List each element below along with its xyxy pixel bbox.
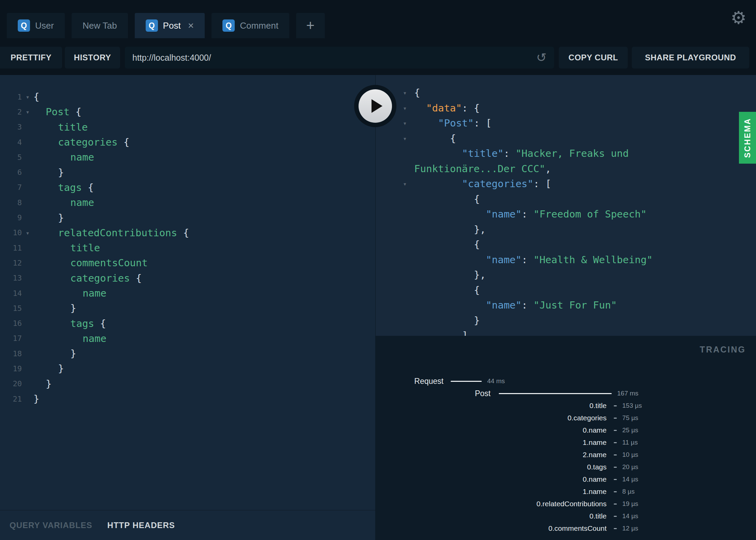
trace-duration-value: 10 µs (622, 451, 638, 459)
tab-label: New Tab (83, 20, 117, 31)
query-editor-line: 15} (0, 301, 375, 316)
fold-arrow-icon[interactable]: ▾ (403, 104, 407, 112)
close-tab-icon[interactable]: × (188, 20, 194, 31)
query-type-badge: Q (18, 19, 30, 32)
trace-dash-icon (614, 491, 617, 492)
query-editor-line: 19} (0, 361, 375, 376)
response-line: }, (376, 222, 756, 237)
trace-duration-value: 14 µs (622, 512, 638, 520)
code-text: } (33, 363, 64, 374)
code-text: } (33, 378, 52, 390)
trace-row: 0.title153 µs (376, 400, 756, 412)
fold-arrow-icon[interactable]: ▾ (403, 89, 407, 96)
trace-dash-icon (614, 479, 617, 480)
response-code-text: { (376, 239, 480, 250)
trace-label: 0.relatedContributions (376, 500, 607, 508)
trace-duration-value: 12 µs (622, 525, 638, 532)
new-tab-button[interactable]: + (296, 13, 325, 38)
line-number: 11 (0, 244, 22, 252)
fold-arrow-icon[interactable]: ▾ (403, 135, 407, 142)
code-text: } (33, 348, 76, 359)
code-text: name (33, 287, 106, 299)
execute-query-button[interactable] (354, 85, 396, 127)
response-line: "name": "Just For Fun" (376, 298, 756, 313)
line-number: 10 (0, 228, 22, 237)
response-code-text: ], (376, 330, 474, 336)
code-text: name (33, 333, 106, 344)
tracing-waterfall: Request44 msPost167 ms0.title153 µs0.cat… (376, 375, 756, 535)
response-pane: ▾{▾"data": {▾"Post": [▾{"title": "Hacker… (375, 75, 756, 540)
editor-bottom-bar: QUERY VARIABLES HTTP HEADERS (0, 510, 375, 540)
endpoint-url-input[interactable]: http://localhost:4000/ ↺ (125, 47, 554, 69)
response-code-text: } (376, 315, 480, 326)
query-editor-line: 8name (0, 195, 375, 210)
trace-row: 2.name10 µs (376, 449, 756, 461)
tab-user[interactable]: QUser (7, 13, 65, 38)
history-button[interactable]: HISTORY (65, 47, 120, 69)
tab-bar: QUserNew TabQPost×QComment + (0, 0, 756, 38)
line-number: 13 (0, 274, 22, 282)
fold-arrow-icon[interactable]: ▾ (22, 229, 33, 237)
response-code-text: }, (376, 224, 486, 235)
response-line: ▾"data": { (376, 101, 756, 116)
code-text: name (33, 197, 94, 208)
code-text: { (33, 91, 39, 103)
response-line: { (376, 237, 756, 252)
reload-schema-icon[interactable]: ↺ (536, 51, 547, 64)
line-number: 1 (0, 93, 22, 101)
response-code-text: "name": "Just For Fun" (376, 299, 617, 311)
http-headers-tab[interactable]: HTTP HEADERS (107, 521, 175, 530)
line-number: 3 (0, 123, 22, 131)
query-editor-line: 6} (0, 165, 375, 180)
settings-gear-icon[interactable]: ⚙ (730, 9, 746, 27)
trace-row: 1.name8 µs (376, 485, 756, 498)
tab-comment[interactable]: QComment (212, 13, 289, 38)
line-number: 15 (0, 304, 22, 313)
schema-sidebar-tab[interactable]: SCHEMA (739, 112, 756, 164)
response-line: } (376, 313, 756, 328)
response-code-text: }, (376, 269, 486, 281)
code-text: } (33, 302, 76, 314)
code-text: } (33, 393, 39, 405)
response-line: "name": "Freedom of Speech" (376, 207, 756, 222)
fold-arrow-icon[interactable]: ▾ (403, 119, 407, 127)
response-line: ▾"Post": [ (376, 116, 756, 131)
tracing-panel: TRACING Request44 msPost167 ms0.title153… (376, 336, 756, 540)
play-button-circle (359, 89, 392, 123)
query-editor-line: 16tags { (0, 316, 375, 331)
trace-row: 0.title14 µs (376, 510, 756, 522)
response-line: Funktionäre...Der CCC", (376, 161, 756, 177)
fold-arrow-icon[interactable]: ▾ (22, 108, 33, 116)
tab-new-tab[interactable]: New Tab (72, 13, 128, 38)
query-editor-line: 12commentsCount (0, 255, 375, 270)
query-pane: 1▾{2▾Post {3title4categories {5name6}7ta… (0, 75, 375, 540)
code-text: relatedContributions { (33, 227, 189, 239)
query-editor[interactable]: 1▾{2▾Post {3title4categories {5name6}7ta… (0, 75, 375, 510)
endpoint-url-value: http://localhost:4000/ (132, 53, 211, 63)
trace-dash-icon (614, 528, 617, 529)
line-number: 16 (0, 319, 22, 328)
copy-curl-button[interactable]: COPY CURL (559, 47, 628, 69)
trace-row: Request44 ms (376, 375, 756, 387)
trace-label: 2.name (376, 451, 607, 459)
fold-arrow-icon[interactable]: ▾ (403, 180, 407, 188)
trace-label: 0.name (376, 426, 607, 434)
share-playground-button[interactable]: SHARE PLAYGROUND (632, 47, 749, 69)
trace-dash-icon (614, 430, 617, 431)
prettify-button[interactable]: PRETTIFY (0, 47, 62, 69)
line-number: 4 (0, 138, 22, 147)
query-editor-line: 7tags { (0, 180, 375, 195)
response-code-text: "Post": [ (376, 117, 492, 129)
trace-label: 0.name (376, 475, 607, 483)
query-editor-line: 18} (0, 346, 375, 361)
line-number: 21 (0, 395, 22, 403)
tab-post[interactable]: QPost× (135, 13, 205, 38)
response-line: ], (376, 328, 756, 336)
query-variables-tab[interactable]: QUERY VARIABLES (10, 521, 92, 530)
fold-arrow-icon[interactable]: ▾ (22, 93, 33, 101)
trace-duration-value: 153 µs (622, 402, 642, 409)
trace-row: 0.tags20 µs (376, 461, 756, 473)
query-editor-line: 2▾Post { (0, 104, 375, 119)
query-editor-line: 4categories { (0, 135, 375, 150)
code-text: tags { (33, 318, 106, 329)
